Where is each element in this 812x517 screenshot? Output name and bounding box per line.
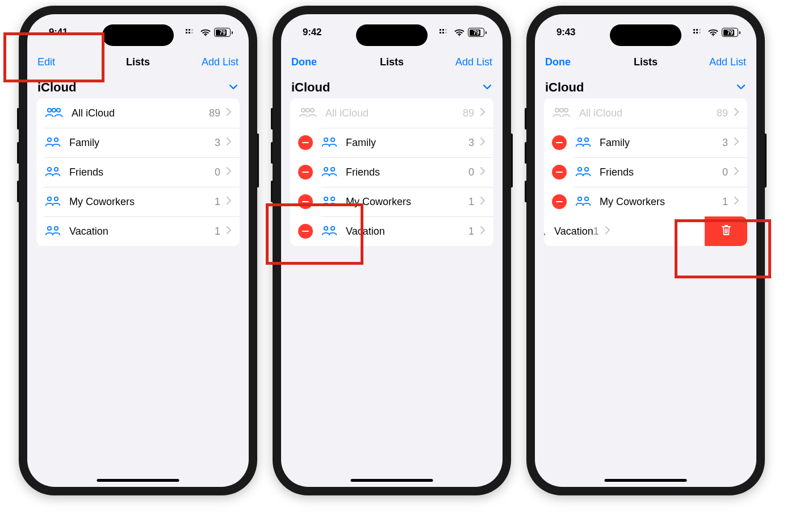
svg-point-30 [324,168,328,171]
svg-rect-3 [189,29,190,31]
row-count: 1 [593,226,599,237]
group-multi-icon [298,107,317,119]
chevron-right-icon [480,196,485,207]
chevron-down-icon [736,82,746,93]
row-count: 89 [463,107,474,119]
svg-point-42 [713,35,714,36]
svg-point-35 [331,227,334,230]
svg-rect-1 [189,32,190,34]
delete-minus-button[interactable] [552,165,567,180]
row-title: Vacation [554,226,593,237]
row-count: 3 [215,137,220,149]
delete-button[interactable] [705,216,747,246]
svg-point-26 [306,109,309,112]
svg-point-46 [578,138,581,141]
group-icon [321,136,338,149]
group-icon [575,136,592,149]
chevron-right-icon [480,137,485,148]
group-multi-icon [552,107,571,119]
cellular-icon [186,29,197,36]
svg-point-47 [585,138,588,141]
row-count: 89 [209,107,220,119]
section-label: iCloud [37,80,76,95]
edit-button[interactable]: Edit [37,56,83,68]
chevron-right-icon [480,107,485,119]
row-count: 1 [215,196,220,208]
row-title: Vacation [69,226,108,237]
svg-point-48 [578,168,581,171]
list-row[interactable]: My Coworkers 1 [290,187,493,216]
list-row[interactable]: Vacation 1 [36,216,240,246]
svg-point-12 [48,168,51,171]
nav-bar: Edit Lists Add List [27,49,249,74]
row-title: Family [69,137,99,149]
group-icon [44,195,61,208]
group-icon [321,166,338,178]
device-2: 9:42 79 Done Lists Add ListiCloud [273,6,511,495]
chevron-right-icon [605,226,610,237]
delete-minus-button[interactable] [298,165,313,180]
svg-rect-4 [191,29,193,31]
row-count: 3 [468,137,474,149]
list-row[interactable]: My Coworkers 1 [544,187,747,216]
nav-bar: Done Lists Add List [281,49,503,74]
group-icon [44,136,61,149]
status-icons: 79 [186,28,233,37]
chevron-right-icon [226,226,232,237]
svg-point-13 [55,168,58,171]
battery-icon: 79 [214,28,233,37]
list-row[interactable]: Family 3 [544,128,747,157]
section-header-icloud[interactable]: iCloud [27,74,249,98]
svg-point-11 [55,138,58,141]
svg-rect-37 [696,32,698,34]
list-row: All iCloud 89 [544,98,747,128]
svg-rect-39 [696,29,698,31]
svg-point-7 [48,109,51,112]
wifi-icon [454,29,464,36]
delete-minus-button[interactable] [298,224,313,239]
list-row[interactable]: Family 3 [36,128,240,157]
row-title: Friends [346,166,380,178]
list-row[interactable]: Friends 0 [36,157,240,187]
list-row[interactable]: Friends 0 [544,157,747,187]
row-count: 0 [722,166,728,178]
row-title: My Coworkers [69,196,135,208]
status-icons: 79 [693,28,740,37]
section-header-icloud[interactable]: iCloud [281,74,503,98]
home-indicator[interactable] [97,479,179,482]
delete-minus-button[interactable] [552,135,567,150]
lists-table: All iCloud 89 Family 3 [290,98,493,246]
svg-point-27 [311,109,314,112]
chevron-right-icon [226,196,232,207]
row-count: 1 [468,226,474,237]
svg-point-31 [331,168,334,171]
list-row[interactable]: Vacation 1 [290,216,493,246]
list-row[interactable]: All iCloud 89 [36,98,240,128]
home-indicator[interactable] [605,479,687,482]
svg-rect-22 [445,29,447,31]
svg-point-34 [324,227,328,230]
delete-minus-button[interactable] [298,194,313,209]
row-count: 89 [717,107,728,119]
delete-minus-button[interactable] [552,194,567,209]
group-icon [544,225,546,237]
section-header-icloud[interactable]: iCloud [535,74,756,98]
done-button[interactable]: Done [291,56,337,68]
device-1: 9:41 79 Edit Lists Add ListiCloud [19,6,257,495]
delete-minus-button[interactable] [298,135,313,150]
status-time: 9:43 [556,27,575,38]
row-count: 1 [215,226,220,237]
add-list-button[interactable]: Add List [701,56,746,68]
status-time: 9:41 [49,27,68,38]
battery-icon: 79 [722,28,740,37]
done-button[interactable]: Done [545,56,591,68]
add-list-button[interactable]: Add List [193,56,238,68]
add-list-button[interactable]: Add List [447,56,492,68]
list-row[interactable]: Vacation 1 [544,216,747,246]
list-row: All iCloud 89 [290,98,493,128]
list-row[interactable]: My Coworkers 1 [36,187,240,216]
row-title: Family [346,137,376,149]
list-row[interactable]: Family 3 [290,128,493,157]
home-indicator[interactable] [351,479,433,482]
list-row[interactable]: Friends 0 [290,157,493,187]
